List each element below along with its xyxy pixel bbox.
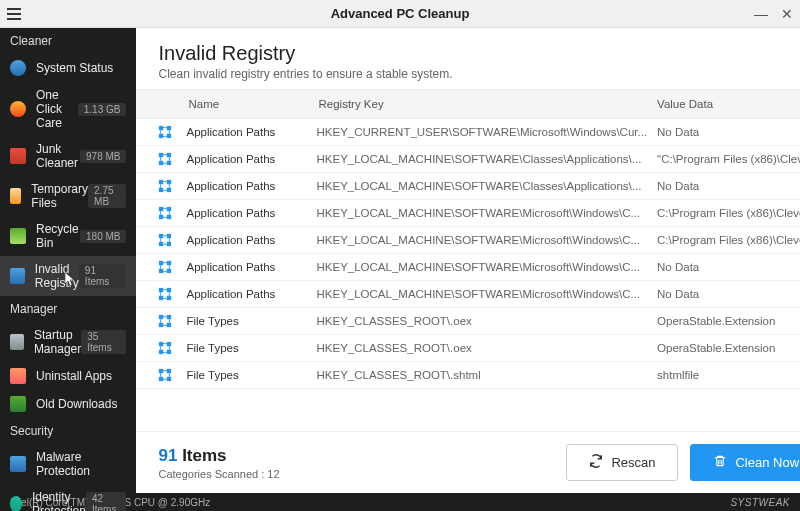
sidebar-item-identity[interactable]: Identity Protection 42 Items — [0, 484, 136, 511]
cell-value: No Data — [657, 261, 800, 273]
sidebar-item-label: Identity Protection — [32, 490, 86, 511]
svg-rect-24 — [159, 207, 163, 211]
sidebar-item-label: Recycle Bin — [36, 222, 80, 250]
sidebar-item-malware[interactable]: Malware Protection — [0, 444, 136, 484]
oneclick-icon — [10, 101, 26, 117]
sidebar-item-downloads[interactable]: Old Downloads — [0, 390, 136, 418]
cell-key: HKEY_CLASSES_ROOT\.oex — [316, 342, 657, 354]
rescan-button[interactable]: Rescan — [566, 444, 678, 481]
sidebar-item-uninstall[interactable]: Uninstall Apps — [0, 362, 136, 390]
sidebar-badge: 2.75 MB — [88, 184, 126, 208]
sidebar-item-junk[interactable]: Junk Cleaner 978 MB — [0, 136, 136, 176]
brand-label: SYSTWEAK — [730, 497, 790, 508]
svg-rect-34 — [159, 242, 163, 246]
main-footer: 91 Items Categories Scanned : 12 Rescan … — [136, 431, 800, 493]
main-header: Invalid Registry Clean invalid registry … — [136, 28, 800, 89]
main-content: Invalid Registry Clean invalid registry … — [136, 28, 800, 493]
cell-name: File Types — [186, 369, 316, 381]
registry-row-icon — [158, 206, 172, 220]
cell-value: C:\Program Files (x86)\CleverFil... — [657, 207, 800, 219]
svg-rect-67 — [167, 350, 171, 354]
svg-rect-43 — [167, 269, 171, 273]
cell-key: HKEY_LOCAL_MACHINE\SOFTWARE\Microsoft\Wi… — [316, 288, 657, 300]
table-row[interactable]: File TypesHKEY_CLASSES_ROOT\.oexOperaSta… — [136, 335, 800, 362]
uninstall-icon — [10, 368, 26, 384]
table-row[interactable]: Application PathsHKEY_LOCAL_MACHINE\SOFT… — [136, 200, 800, 227]
cell-name: File Types — [186, 315, 316, 327]
sidebar-item-label: One Click Care — [36, 88, 78, 130]
col-value: Value Data — [657, 98, 800, 110]
registry-row-icon — [158, 314, 172, 328]
minimize-button[interactable]: — — [748, 0, 774, 28]
item-count: 91 — [158, 446, 177, 465]
cell-key: HKEY_LOCAL_MACHINE\SOFTWARE\Microsoft\Wi… — [316, 207, 657, 219]
table-row[interactable]: File TypesHKEY_CLASSES_ROOT\.oexOperaSta… — [136, 308, 800, 335]
svg-rect-27 — [167, 215, 171, 219]
table-row[interactable]: Application PathsHKEY_LOCAL_MACHINE\SOFT… — [136, 254, 800, 281]
svg-rect-58 — [159, 323, 163, 327]
table-row[interactable]: Application PathsHKEY_LOCAL_MACHINE\SOFT… — [136, 146, 800, 173]
registry-row-icon — [158, 233, 172, 247]
registry-row-icon — [158, 260, 172, 274]
page-title: Invalid Registry — [158, 42, 800, 65]
cell-name: Application Paths — [186, 207, 316, 219]
svg-rect-72 — [159, 369, 163, 373]
table-row[interactable]: Application PathsHKEY_LOCAL_MACHINE\SOFT… — [136, 227, 800, 254]
page-subtitle: Clean invalid registry entries to ensure… — [158, 67, 800, 81]
menu-icon[interactable] — [0, 8, 28, 20]
table-row[interactable]: Application PathsHKEY_LOCAL_MACHINE\SOFT… — [136, 281, 800, 308]
table-row[interactable]: Application PathsHKEY_LOCAL_MACHINE\SOFT… — [136, 173, 800, 200]
svg-rect-11 — [167, 161, 171, 165]
sidebar-badge: 35 Items — [81, 330, 126, 354]
cell-name: Application Paths — [186, 288, 316, 300]
sidebar-item-system-status[interactable]: System Status — [0, 54, 136, 82]
cell-name: Application Paths — [186, 261, 316, 273]
sidebar-item-label: Startup Manager — [34, 328, 81, 356]
clean-now-button[interactable]: Clean Now — [690, 444, 800, 481]
svg-rect-17 — [167, 180, 171, 184]
sidebar-item-temp[interactable]: Temporary Files 2.75 MB — [0, 176, 136, 216]
registry-icon — [10, 268, 25, 284]
section-security: Security — [0, 418, 136, 444]
table-header: Name Registry Key Value Data — [136, 89, 800, 119]
svg-rect-75 — [167, 377, 171, 381]
svg-rect-59 — [167, 323, 171, 327]
table-row[interactable]: Application PathsHKEY_CURRENT_USER\SOFTW… — [136, 119, 800, 146]
cell-name: File Types — [186, 342, 316, 354]
cell-value: C:\Program Files (x86)\CleverFil... — [657, 234, 800, 246]
window-controls: — ✕ — [748, 0, 800, 28]
sidebar-item-one-click[interactable]: One Click Care 1.13 GB — [0, 82, 136, 136]
svg-rect-26 — [159, 215, 163, 219]
sidebar-badge: 180 MB — [80, 230, 126, 243]
close-button[interactable]: ✕ — [774, 0, 800, 28]
cell-value: OperaStable.Extension — [657, 315, 800, 327]
cell-key: HKEY_CURRENT_USER\SOFTWARE\Microsoft\Win… — [316, 126, 657, 138]
item-count-label: Items — [182, 446, 226, 465]
svg-rect-57 — [167, 315, 171, 319]
sidebar-badge: 978 MB — [80, 150, 126, 163]
table-body[interactable]: Application PathsHKEY_CURRENT_USER\SOFTW… — [136, 119, 800, 431]
svg-rect-65 — [167, 342, 171, 346]
table-row[interactable]: File TypesHKEY_CLASSES_ROOT\.shtmlshtmlf… — [136, 362, 800, 389]
cell-name: Application Paths — [186, 153, 316, 165]
sidebar-item-label: Temporary Files — [31, 182, 88, 210]
sidebar-item-startup[interactable]: Startup Manager 35 Items — [0, 322, 136, 362]
window-title: Advanced PC Cleanup — [331, 6, 470, 21]
col-name: Name — [188, 98, 318, 110]
svg-rect-73 — [167, 369, 171, 373]
sidebar-item-recycle[interactable]: Recycle Bin 180 MB — [0, 216, 136, 256]
sidebar-item-label: Uninstall Apps — [36, 369, 126, 383]
cell-value: No Data — [657, 180, 800, 192]
svg-rect-64 — [159, 342, 163, 346]
svg-rect-48 — [159, 288, 163, 292]
cell-key: HKEY_CLASSES_ROOT\.oex — [316, 315, 657, 327]
cell-value: No Data — [657, 288, 800, 300]
svg-rect-25 — [167, 207, 171, 211]
sidebar-item-registry[interactable]: Invalid Registry 91 Items — [0, 256, 136, 296]
registry-row-icon — [158, 125, 172, 139]
identity-icon — [10, 496, 22, 511]
svg-rect-33 — [167, 234, 171, 238]
sidebar: Cleaner System Status One Click Care 1.1… — [0, 28, 136, 493]
registry-row-icon — [158, 152, 172, 166]
svg-rect-35 — [167, 242, 171, 246]
